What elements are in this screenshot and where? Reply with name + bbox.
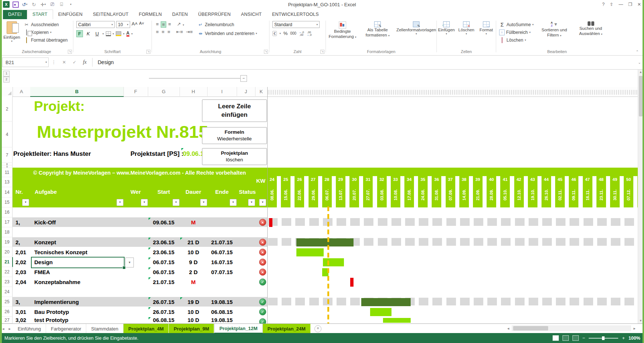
ribbon-tab-daten[interactable]: DATEN (167, 10, 193, 19)
row-header-15[interactable]: 15 (2, 197, 13, 207)
bold-button[interactable]: F (76, 30, 83, 37)
insert-cells-button[interactable]: ← Einfügen▾ (438, 21, 455, 36)
row-header-26[interactable]: 26 (2, 307, 13, 317)
select-all-corner[interactable] (2, 87, 13, 97)
fill-color-icon[interactable] (116, 31, 121, 36)
row-header-14[interactable]: 14 (2, 187, 13, 197)
orientation-icon[interactable]: ↗ (176, 21, 182, 28)
confirm-entry-icon[interactable]: ✓ (69, 60, 80, 65)
hscroll-left-icon[interactable]: ◂ (505, 326, 512, 331)
delete-plan-button[interactable]: Projektplanlöschen (202, 148, 267, 165)
task-ende[interactable]: 07.07.15 (207, 267, 237, 277)
column-header-I[interactable]: I (207, 87, 237, 96)
page-break-view-icon[interactable] (572, 335, 579, 341)
font-name-select[interactable]: Calibri▾ (76, 21, 115, 28)
sheet-tab-projektplan_4m[interactable]: Projektplan_4M (123, 324, 169, 333)
restore-icon[interactable]: ❐ (628, 2, 632, 7)
gantt-bar-milestone[interactable] (269, 218, 272, 227)
wrap-text-button[interactable]: ↵Zeilenumbruch (198, 21, 257, 28)
increase-indent-icon[interactable]: ⇥≡ (185, 29, 194, 35)
grow-font-icon[interactable]: A˄ (132, 21, 137, 28)
filter-icon-aufgabe[interactable]: ▼ (116, 199, 123, 206)
task-start[interactable]: 06.08.15 (148, 317, 180, 323)
task-start[interactable]: 06.07.15 (148, 257, 180, 267)
row-header-24[interactable]: 24 (2, 287, 13, 297)
filter-icon-ende[interactable]: ▼ (230, 199, 237, 206)
row-header-4[interactable]: 4 (2, 122, 13, 147)
status-error-icon[interactable]: × (259, 259, 266, 266)
insert-empty-row-button[interactable]: Leere Zeileeinfügen (202, 99, 267, 122)
vertical-scrollbar-thumb[interactable] (639, 76, 643, 116)
delete-cells-button[interactable]: ✕ Löschen▾ (457, 21, 475, 36)
alignment-dialog-launcher-icon[interactable]: ↘ (264, 50, 268, 54)
zoom-level[interactable]: 100% (629, 336, 640, 341)
ribbon-display-icon[interactable]: ⇧ (610, 2, 613, 7)
zoom-slider[interactable] (589, 338, 618, 339)
sheet-nav-right-icon[interactable]: ▸ (7, 324, 13, 333)
status-ok-icon[interactable]: ✓ (259, 308, 266, 315)
ribbon-tab-seitenlayout[interactable]: SEITENLAYOUT (88, 10, 134, 19)
filter-icon-status[interactable]: ▼ (248, 199, 255, 206)
zoom-doc-icon[interactable]: ⌻ (58, 1, 65, 8)
zoom-out-icon[interactable]: − (582, 335, 585, 341)
task-dauer[interactable]: 9 D (180, 257, 207, 267)
new-sheet-button[interactable]: + (314, 325, 321, 332)
sheet-tab-projektplan_12m[interactable]: Projektplan_12M (214, 324, 262, 333)
sort-filter-button[interactable]: AZ▼ Sortieren undFiltern ▾ (537, 21, 571, 43)
shrink-font-icon[interactable]: A˅ (139, 21, 144, 28)
gantt-bar-light[interactable] (296, 248, 324, 256)
align-left-icon[interactable]: ≡ (155, 29, 160, 35)
horizontal-scrollbar-thumb[interactable] (513, 326, 548, 330)
align-bottom-icon[interactable]: ≡ (167, 21, 172, 28)
column-header-J[interactable]: J (237, 87, 255, 96)
zoom-slider-thumb[interactable] (602, 336, 605, 340)
column-header-B[interactable]: B (30, 87, 124, 97)
task-dauer[interactable]: 2 D (180, 267, 207, 277)
row-header-20[interactable]: 20 (2, 247, 13, 257)
collapse-group-button[interactable]: − (240, 75, 247, 82)
merge-center-button[interactable]: ⇹Verbinden und zentrieren▾ (198, 30, 257, 37)
zoom-in-icon[interactable]: + (622, 335, 625, 341)
sheet-tab-farbgenerator[interactable]: Farbgenerator (46, 324, 86, 333)
font-dialog-launcher-icon[interactable]: ↘ (146, 50, 150, 54)
sheet-tab-einführung[interactable]: Einführung (13, 324, 46, 333)
task-ende[interactable]: 06.07.15 (207, 247, 237, 257)
name-box[interactable]: B21▾ (2, 57, 49, 67)
borders-icon[interactable] (106, 31, 111, 36)
print-preview-icon[interactable]: ⎚ (49, 1, 56, 8)
task-start[interactable]: 21.07.15 (148, 277, 180, 287)
task-name[interactable]: Konzeptabnahme (34, 277, 80, 287)
filter-icon-wer[interactable]: ▼ (141, 199, 148, 206)
filter-icon-kw[interactable]: ▼ (259, 199, 266, 206)
touch-mode-icon[interactable]: ✛▾ (40, 1, 46, 8)
ribbon-tab-start[interactable]: START (27, 10, 53, 19)
status-error-icon[interactable]: × (259, 249, 266, 256)
insert-function-icon[interactable]: fx (80, 59, 90, 65)
save-icon[interactable] (12, 1, 19, 8)
sheet-tab-stammdaten[interactable]: Stammdaten (86, 324, 123, 333)
task-name[interactable]: Bau Prototyp (34, 307, 69, 317)
row-header-17[interactable]: 17 (2, 217, 13, 227)
ribbon-tab-entwicklertools[interactable]: ENTWICKLERTOOLS (267, 10, 324, 19)
column-header-F[interactable]: F (123, 87, 148, 96)
task-start[interactable]: 26.07.15 (148, 297, 180, 307)
task-start[interactable]: 26.07.15 (148, 307, 180, 317)
cut-button[interactable]: ✂Ausschneiden (24, 21, 67, 28)
task-name[interactable]: Tecnisches Konzept (34, 247, 87, 257)
row-header-25[interactable]: 25 (2, 297, 13, 307)
task-dauer[interactable]: M (180, 217, 207, 227)
font-color-icon[interactable]: A (126, 31, 130, 36)
filter-icon-nr[interactable]: ▼ (22, 199, 29, 206)
gantt-bar-light[interactable] (370, 308, 391, 316)
help-icon[interactable]: ? (602, 2, 605, 7)
row-header-16[interactable]: 16 (2, 207, 13, 217)
column-header-K[interactable]: K (255, 87, 268, 96)
find-select-button[interactable]: Suchen undAuswählen ▾ (575, 21, 607, 43)
row-header-23[interactable]: 23 (2, 277, 13, 287)
ribbon-tab-einfügen[interactable]: EINFÜGEN (53, 10, 88, 19)
minimize-icon[interactable]: — (619, 2, 623, 7)
task-dauer[interactable]: 21 D (180, 237, 207, 247)
expand-formula-bar-icon[interactable]: ⌄ (638, 60, 641, 64)
align-right-icon[interactable]: ≡ (166, 29, 171, 35)
task-ende[interactable]: 21.07.15 (207, 237, 237, 247)
